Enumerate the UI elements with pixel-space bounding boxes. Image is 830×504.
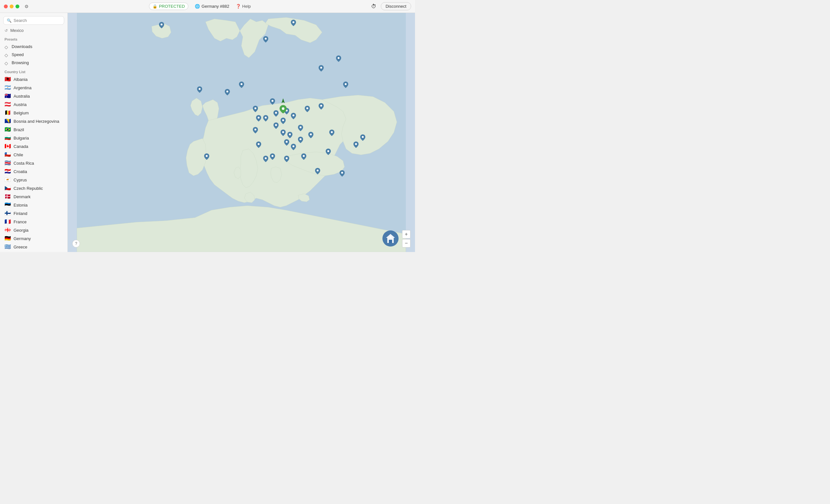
flag-germany: 🇩🇪 [4,236,11,241]
traffic-lights [4,4,19,8]
flag-france: 🇫🇷 [4,219,11,224]
flag-georgia: 🇬🇪 [4,228,11,233]
country-label-estonia: Estonia [13,203,27,207]
diamond-icon [4,44,9,49]
maximize-button[interactable] [15,4,19,8]
svg-point-45 [389,236,391,238]
country-label-germany: Germany [13,236,31,241]
flag-australia: 🇦🇺 [4,94,11,99]
country-label-brazil: Brazil [13,127,24,132]
country-item-czechrepublic[interactable]: 🇨🇿Czech Republic [0,184,67,192]
house-badge [382,230,399,248]
country-label-croatia: Croatia [13,169,27,174]
country-item-albania[interactable]: 🇦🇱Albania [0,75,67,83]
country-label-albania: Albania [13,77,27,82]
map-area: ? + − [68,13,415,252]
country-item-bosnia[interactable]: 🇧🇦Bosnia and Herzegovina [0,117,67,125]
presets-section-label: Presets [0,34,67,42]
country-label-austria: Austria [13,102,26,107]
presets-list: DownloadsSpeedBrowsing [0,42,67,67]
country-list-label: Country List [0,67,67,75]
flag-austria: 🇦🇹 [4,102,11,107]
preset-item-speed[interactable]: Speed [0,51,67,59]
flag-brazil: 🇧🇷 [4,127,11,132]
country-item-germany[interactable]: 🇩🇪Germany [0,234,67,243]
diamond-icon [4,53,9,57]
preset-label: Browsing [11,60,29,65]
preset-label: Downloads [11,44,32,49]
help-icon: ? [75,241,77,246]
country-item-austria[interactable]: 🇦🇹Austria [0,100,67,109]
disconnect-button[interactable]: Disconnect [381,2,411,10]
titlebar-center: 🔒 PROTECTED 🌐 Germany #882 ❓ Help [29,3,371,10]
country-item-brazil[interactable]: 🇧🇷Brazil [0,125,67,134]
country-label-chile: Chile [13,153,23,157]
country-item-australia[interactable]: 🇦🇺Australia [0,92,67,100]
settings-icon[interactable]: ⏱ [371,4,376,9]
search-box[interactable]: 🔍 [3,16,64,25]
flag-chile: 🇨🇱 [4,152,11,157]
country-label-bulgaria: Bulgaria [13,136,29,140]
country-label-georgia: Georgia [13,228,28,233]
preset-item-downloads[interactable]: Downloads [0,42,67,51]
close-button[interactable] [4,4,8,8]
country-item-bulgaria[interactable]: 🇧🇬Bulgaria [0,134,67,142]
flag-croatia: 🇭🇷 [4,169,11,174]
country-item-georgia[interactable]: 🇬🇪Georgia [0,226,67,234]
country-label-greece: Greece [13,244,27,249]
country-item-canada[interactable]: 🇨🇦Canada [0,142,67,150]
country-item-greece[interactable]: 🇬🇷Greece [0,243,67,251]
country-item-chile[interactable]: 🇨🇱Chile [0,150,67,159]
search-input[interactable] [13,18,61,23]
protected-label: PROTECTED [159,4,185,9]
minimize-button[interactable] [10,4,13,8]
country-item-argentina[interactable]: 🇦🇷Argentina [0,83,67,92]
map-help-button[interactable]: ? [72,240,80,247]
flag-argentina: 🇦🇷 [4,85,11,90]
help-icon: ❓ [236,4,241,9]
flag-denmark: 🇩🇰 [4,194,11,199]
country-label-finland: Finland [13,211,27,216]
country-item-croatia[interactable]: 🇭🇷Croatia [0,167,67,176]
recent-item-mexico[interactable]: ↺ Mexico [0,27,67,34]
preset-item-browsing[interactable]: Browsing [0,59,67,67]
flag-czechrepublic: 🇨🇿 [4,186,11,191]
main-layout: 🔍 ↺ Mexico Presets DownloadsSpeedBrowsin… [0,13,415,252]
help-link[interactable]: ❓ Help [236,4,251,9]
country-label-czechrepublic: Czech Republic [13,186,43,191]
zoom-in-button[interactable]: + [402,230,411,238]
country-item-estonia[interactable]: 🇪🇪Estonia [0,201,67,209]
flag-greece: 🇬🇷 [4,244,11,249]
country-item-cyprus[interactable]: 🇨🇾Cyprus [0,176,67,184]
flag-albania: 🇦🇱 [4,77,11,82]
sidebar: 🔍 ↺ Mexico Presets DownloadsSpeedBrowsin… [0,13,68,252]
preset-label: Speed [11,52,24,57]
country-item-costarica[interactable]: 🇨🇷Costa Rica [0,159,67,167]
server-label: Germany #882 [201,4,229,9]
lock-icon: 🔒 [153,4,157,9]
country-label-denmark: Denmark [13,194,31,199]
country-item-france[interactable]: 🇫🇷France [0,217,67,226]
zoom-out-button[interactable]: − [402,239,411,247]
protected-badge: 🔒 PROTECTED [149,3,188,10]
country-label-belgium: Belgium [13,110,29,115]
country-label-costarica: Costa Rica [13,161,34,166]
menu-icon[interactable]: ⚙ [25,4,29,9]
flag-cyprus: 🇨🇾 [4,177,11,182]
country-label-argentina: Argentina [13,86,32,90]
country-label-cyprus: Cyprus [13,177,27,182]
country-label-france: France [13,220,26,224]
country-list: 🇦🇱Albania🇦🇷Argentina🇦🇺Australia🇦🇹Austria… [0,75,67,252]
country-label-bosnia: Bosnia and Herzegovina [13,119,59,124]
country-item-denmark[interactable]: 🇩🇰Denmark [0,192,67,201]
titlebar-controls: ⚙ [25,4,29,9]
server-info[interactable]: 🌐 Germany #882 [195,4,229,9]
flag-estonia: 🇪🇪 [4,202,11,207]
country-item-finland[interactable]: 🇫🇮Finland [0,209,67,217]
recent-icon: ↺ [4,28,8,33]
titlebar: ⚙ 🔒 PROTECTED 🌐 Germany #882 ❓ Help ⏱ Di… [0,0,415,13]
flag-bosnia: 🇧🇦 [4,119,11,124]
flag-canada: 🇨🇦 [4,144,11,149]
country-item-belgium[interactable]: 🇧🇪Belgium [0,109,67,117]
globe-icon: 🌐 [195,4,200,9]
